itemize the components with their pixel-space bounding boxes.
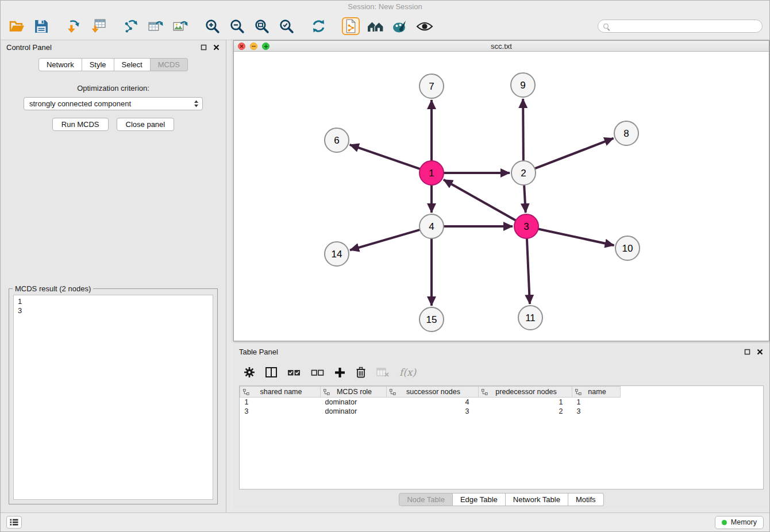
window-close-icon[interactable] [238,43,245,50]
select-all-icon[interactable] [287,368,301,377]
table-cell[interactable]: 4 [387,398,479,407]
toolbar-group [341,17,434,36]
table-tabs-bar: Node TableEdge TableNetwork TableMotifs [233,489,769,509]
float-panel-icon[interactable] [200,44,207,51]
selected-criterion: strongly connected component [29,99,131,108]
zoom-out-icon[interactable] [228,17,246,36]
column-tree-icon [324,389,330,395]
graph-node-15[interactable]: 15 [419,307,444,331]
column-header-successor-nodes[interactable]: successor nodes [387,387,479,398]
open-session-icon[interactable] [7,17,26,36]
tab-motifs[interactable]: Motifs [568,493,604,506]
column-tree-icon [575,389,582,395]
mcds-result-groupbox: MCDS result (2 nodes) 13 [9,288,218,504]
mcds-result-list: 13 [13,295,213,500]
table-row[interactable]: 3dominator323 [240,407,621,416]
table-cell[interactable]: 3 [240,407,321,416]
table-cell[interactable]: dominator [321,407,387,416]
refresh-layout-icon[interactable] [309,17,328,36]
close-table-panel-icon[interactable] [756,348,764,356]
column-header-shared-name[interactable]: shared name [240,387,321,398]
graph-node-11[interactable]: 11 [518,306,542,330]
export-network-icon[interactable] [121,17,140,36]
svg-text:14: 14 [332,249,342,260]
mcds-panel: Optimization criterion: strongly connect… [1,71,226,512]
graph-node-6[interactable]: 6 [325,128,349,152]
column-header-name[interactable]: name [572,387,621,398]
main-area: Control Panel NetworkStyleSelectMCDS Opt… [1,40,769,512]
tab-node-table[interactable]: Node Table [399,493,453,506]
column-header-predecessor-nodes[interactable]: predecessor nodes [479,387,572,398]
zoom-selected-icon[interactable] [277,17,295,36]
import-network-icon[interactable] [64,17,83,36]
table-cell[interactable]: 1 [572,398,621,407]
network-window-title: scc.txt [491,42,512,51]
table-cell[interactable]: 2 [479,407,572,416]
share-document-icon[interactable] [341,17,360,36]
graph-node-8[interactable]: 8 [614,121,638,145]
graph-node-14[interactable]: 14 [325,242,349,266]
table-cell[interactable]: 1 [240,398,321,407]
edge-3-1[interactable] [444,180,516,221]
main-toolbar [1,13,769,40]
save-session-icon[interactable] [32,17,51,36]
column-label: predecessor nodes [490,388,569,396]
edge-1-6[interactable] [350,145,420,169]
table-cell[interactable]: 3 [387,407,479,416]
tab-network[interactable]: Network [38,58,82,71]
add-column-icon[interactable] [334,367,345,378]
table-row[interactable]: 1dominator411 [240,398,621,407]
graph-node-10[interactable]: 10 [615,236,640,260]
window-minimize-icon[interactable] [250,43,257,50]
window-zoom-icon[interactable] [262,43,270,50]
memory-button[interactable]: Memory [715,516,764,529]
edge-2-3[interactable] [524,185,526,213]
graph-node-1[interactable]: 1 [419,161,444,185]
gear-icon[interactable] [244,367,255,378]
delete-column-icon[interactable] [356,367,366,378]
tab-network-table[interactable]: Network Table [506,493,568,506]
graph-node-4[interactable]: 4 [419,214,444,238]
export-image-icon[interactable] [171,17,189,36]
toolbar-icon-groups [7,17,448,36]
svg-text:8: 8 [623,128,629,139]
zoom-in-icon[interactable] [203,17,221,36]
table-cell[interactable]: 3 [572,407,621,416]
tab-select[interactable]: Select [114,58,151,71]
eye-icon[interactable] [415,17,434,36]
edge-2-8[interactable] [535,138,614,169]
graph-node-7[interactable]: 7 [419,74,444,98]
graph-node-3[interactable]: 3 [514,214,538,238]
tab-style[interactable]: Style [82,58,114,71]
graph-node-2[interactable]: 2 [511,161,536,185]
show-panels-button[interactable] [6,516,22,529]
import-table-icon[interactable] [89,17,107,36]
table-panel-header: Table Panel [233,345,769,359]
style-brush-icon[interactable] [391,17,409,36]
float-table-panel-icon[interactable] [744,348,751,356]
table-cell[interactable]: 1 [479,398,572,407]
column-label: successor nodes [398,388,475,396]
search-input[interactable] [612,22,757,30]
table-cell[interactable]: dominator [321,398,387,407]
toolbar-group [203,17,295,36]
deselect-all-icon[interactable] [311,368,324,377]
graph-node-9[interactable]: 9 [511,73,535,97]
tab-edge-table[interactable]: Edge Table [453,493,506,506]
edge-4-14[interactable] [350,230,420,250]
network-canvas[interactable]: 7968124314101511 [234,52,769,341]
zoom-fit-icon[interactable] [252,17,271,36]
home-icon[interactable] [366,17,384,36]
split-columns-icon[interactable] [265,367,277,377]
edge-2-9[interactable] [523,99,523,161]
run-mcds-button[interactable]: Run MCDS [52,118,109,131]
search-box[interactable] [598,20,763,33]
close-mcds-panel-button[interactable]: Close panel [117,118,175,131]
export-table-icon[interactable] [146,17,164,36]
optimization-criterion-select[interactable]: strongly connected component [24,97,203,110]
edge-3-11[interactable] [527,238,530,304]
column-header-mcds-role[interactable]: MCDS role [321,387,387,398]
edge-3-10[interactable] [538,229,614,245]
tab-mcds[interactable]: MCDS [151,58,188,71]
close-panel-icon[interactable] [213,44,220,51]
